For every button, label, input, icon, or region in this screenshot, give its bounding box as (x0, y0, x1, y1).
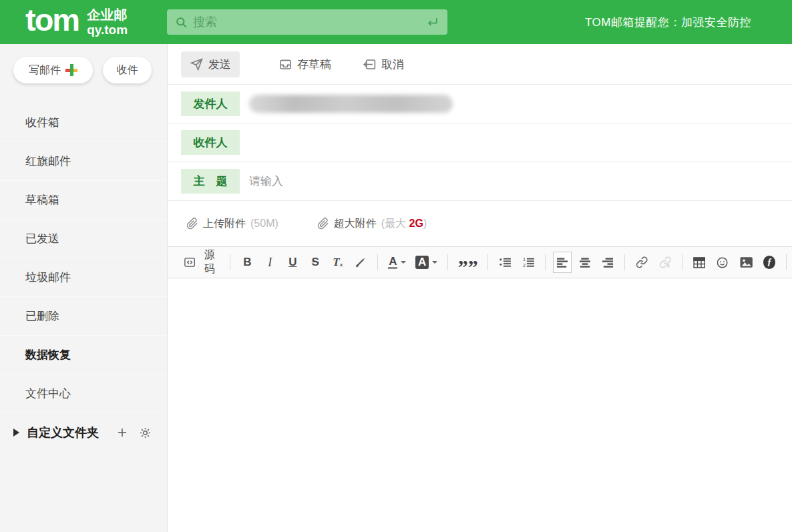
unlink-icon (659, 256, 671, 269)
sidebar-item-deleted[interactable]: 已删除 (0, 297, 167, 336)
brush-icon (355, 256, 367, 269)
search-input[interactable] (193, 15, 426, 29)
toolbar-separator (545, 254, 546, 270)
format-painter-button[interactable] (351, 252, 370, 273)
toolbar-separator (487, 254, 488, 270)
compose-pane: 发送 存草稿 取消 发件人 收件人 主 题 (167, 44, 792, 532)
compose-button-label: 写邮件 (29, 63, 61, 77)
image-button[interactable] (737, 252, 756, 273)
svg-text:2: 2 (523, 262, 526, 268)
italic-button[interactable]: I (260, 252, 279, 273)
link-button[interactable] (632, 252, 651, 273)
save-draft-label: 存草稿 (297, 57, 331, 72)
source-button[interactable]: 源码 (180, 252, 222, 273)
align-right-button[interactable] (598, 252, 617, 273)
folder-settings-icon[interactable] (139, 427, 152, 439)
large-attachment-label: 超大附件 (334, 217, 377, 231)
bullet-list-button[interactable] (496, 252, 514, 273)
bold-button[interactable]: B (238, 252, 256, 273)
brand-block: 企业邮 qy.tom (87, 7, 128, 37)
subject-input[interactable] (249, 162, 792, 200)
subject-row: 主 题 (168, 162, 792, 201)
to-label: 收件人 (181, 130, 240, 155)
search-box[interactable] (167, 9, 447, 35)
toolbar-separator (682, 254, 682, 270)
receive-button[interactable]: 收件 (103, 57, 152, 83)
sidebar-item-inbox[interactable]: 收件箱 (0, 103, 167, 142)
smiley-icon (716, 256, 729, 270)
large-attachment-button[interactable]: 超大附件 (最大 2G) (317, 217, 427, 231)
sidebar-item-flagged[interactable]: 红旗邮件 (0, 142, 167, 181)
upload-attachment-button[interactable]: 上传附件 (50M) (186, 217, 278, 231)
sidebar-item-file-center[interactable]: 文件中心 (0, 374, 167, 413)
attachment-row: 上传附件 (50M) 超大附件 (最大 2G) (168, 201, 792, 246)
tom-logo: tom (25, 4, 79, 35)
link-icon (636, 256, 648, 269)
from-row: 发件人 (168, 85, 792, 123)
toolbar-separator (230, 254, 230, 270)
remove-format-button[interactable]: Tₓ (329, 252, 347, 273)
toolbar-separator (377, 254, 378, 270)
underline-button[interactable]: U (283, 252, 302, 273)
upload-attachment-label: 上传附件 (203, 217, 246, 231)
cancel-button[interactable]: 取消 (363, 57, 404, 72)
numbered-list-button[interactable]: 12 (519, 252, 538, 273)
strikethrough-button[interactable]: S (306, 252, 325, 273)
subject-label: 主 题 (181, 169, 240, 194)
save-draft-icon (278, 57, 292, 71)
send-plane-icon (190, 57, 204, 71)
table-button[interactable] (690, 252, 709, 273)
bg-color-label: A (415, 256, 429, 269)
align-left-icon (556, 257, 568, 268)
sidebar-actions: 写邮件 收件 (0, 44, 167, 83)
align-left-button[interactable] (553, 252, 572, 273)
toolbar-separator (786, 254, 787, 270)
brand-product-name: 企业邮 (87, 7, 128, 23)
align-right-icon (602, 257, 614, 268)
upload-attachment-limit: (50M) (250, 218, 278, 230)
toolbar-separator (624, 254, 625, 270)
unlink-button[interactable] (656, 252, 674, 273)
search-icon (175, 16, 188, 29)
to-input[interactable] (249, 123, 792, 162)
from-address-redacted (249, 95, 453, 113)
app-root: tom 企业邮 qy.tom TOM邮箱提醒您：加强安全防控 写邮件 收件 (0, 0, 792, 532)
bg-color-button[interactable]: A (413, 252, 440, 273)
paperclip-icon (317, 218, 329, 230)
sidebar-item-data-recovery[interactable]: 数据恢复 (0, 336, 167, 374)
sidebar-custom-folders[interactable]: 自定义文件夹 (0, 413, 167, 452)
image-icon (740, 256, 753, 268)
add-folder-icon[interactable] (116, 427, 128, 439)
sidebar: 写邮件 收件 收件箱 红旗邮件 草稿箱 已发送 垃圾邮件 已删除 数据恢复 文件… (0, 44, 167, 532)
compose-button[interactable]: 写邮件 (13, 57, 93, 83)
search-enter-icon[interactable] (426, 15, 439, 29)
text-color-button[interactable]: A (385, 252, 409, 273)
security-notice: TOM邮箱提醒您：加强安全防控 (585, 15, 751, 30)
flash-button[interactable]: ƒ (760, 252, 779, 273)
source-code-icon (184, 256, 196, 269)
toolbar-separator (447, 254, 448, 270)
blockquote-button[interactable]: ”” (455, 252, 481, 273)
save-draft-button[interactable]: 存草稿 (278, 57, 331, 72)
paperclip-icon (186, 218, 198, 230)
sidebar-item-sent[interactable]: 已发送 (0, 220, 167, 258)
text-color-label: A (388, 256, 397, 269)
sidebar-item-drafts[interactable]: 草稿箱 (0, 181, 167, 220)
sidebar-item-spam[interactable]: 垃圾邮件 (0, 258, 167, 297)
from-label: 发件人 (181, 91, 240, 116)
emoji-button[interactable] (713, 252, 732, 273)
table-icon (693, 256, 705, 269)
bullet-list-icon (499, 256, 511, 268)
brand-domain: qy.tom (87, 23, 128, 37)
send-button[interactable]: 发送 (181, 51, 240, 77)
custom-folders-label: 自定义文件夹 (27, 425, 99, 441)
compose-plus-icon (65, 64, 77, 76)
numbered-list-icon: 12 (522, 256, 534, 268)
editor-body[interactable] (168, 278, 792, 532)
send-label: 发送 (208, 57, 231, 72)
expand-arrow-icon[interactable] (13, 429, 19, 437)
editor-toolbar: 源码 B I U S Tₓ A A ”” (168, 246, 792, 278)
chevron-down-icon (432, 261, 437, 264)
align-center-button[interactable] (576, 252, 594, 273)
source-label: 源码 (200, 248, 219, 276)
